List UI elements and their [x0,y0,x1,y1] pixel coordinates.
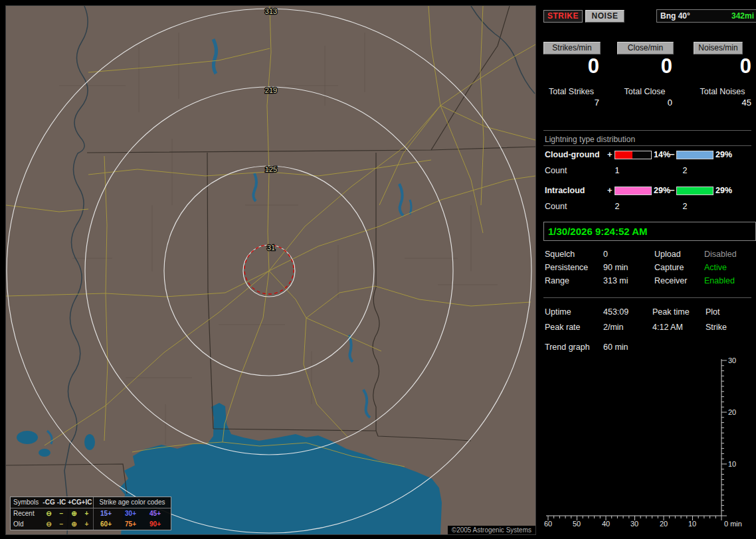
distribution-title: Lightning type distribution [545,135,635,144]
x-tick-10: 10 [688,520,696,528]
peak-rate-label: Peak rate [545,323,581,332]
peak-time-label: Peak time [652,307,690,317]
peak-rate-value: 2/min [603,323,624,332]
x-origin-label: 0 min [724,520,742,528]
ring-label-125: 125 [265,165,277,173]
plot-value: Strike [706,323,727,332]
age-30: 30+ [118,508,143,519]
total-close-value: 0 [617,98,672,108]
bearing-readout: Bng 40° 342mi [656,9,756,23]
map-svg: 313 219 125 31 [6,6,535,534]
divider [543,130,751,131]
x-tick-20: 20 [660,520,668,528]
cg-plus-pct: 14% [654,150,670,159]
legend-col-nic: -IC [55,497,68,508]
ncg-old-icon: ⊖ [43,519,55,530]
legend-col-ncg: -CG [43,497,55,508]
cg-minus-bar-fill [677,151,713,159]
cg-minus-bar [676,151,713,159]
noises-per-min-value: 0 [694,55,751,78]
ic-minus-count: 2 [679,202,691,211]
age-75: 75+ [118,519,143,530]
age-15: 15+ [94,508,118,519]
ic-minus-bar-fill [677,187,713,194]
count-label: Count [545,202,567,211]
plus-sign: + [607,185,613,195]
x-tick-60: 60 [544,520,552,528]
divider [543,297,751,298]
nic-old-icon: − [55,519,68,530]
age-60: 60+ [94,519,118,530]
pcg-old-icon: ⊕ [68,519,80,530]
ic-minus-pct: 29% [715,186,732,195]
upload-value: Disabled [704,250,737,259]
cloud-ground-label: Cloud-ground [545,150,600,159]
upload-label: Upload [654,250,681,259]
ring-label-31: 31 [267,244,275,252]
cg-minus-count: 2 [679,166,691,175]
trend-graph-value: 60 min [603,343,628,352]
ic-minus-bar [676,187,713,195]
trend-graph: 30 20 10 60 50 40 30 20 10 0 min [543,354,756,530]
trend-graph-label: Trend graph [545,343,590,352]
age-90: 90+ [143,519,167,530]
x-tick-50: 50 [573,520,581,528]
range-label: Range [545,276,569,285]
uptime-value: 453:09 [603,307,628,317]
strike-mode-button[interactable]: STRIKE [543,10,583,23]
radar-map[interactable]: 313 219 125 31 Symbols -CG -IC +CG +IC S… [5,5,536,535]
strikes-per-min-label: Strikes/min [543,42,601,54]
total-noises-value: 45 [694,98,751,108]
pic-old-icon: + [80,519,93,530]
intracloud-label: Intracloud [545,186,585,195]
pic-recent-icon: + [80,508,93,519]
cg-plus-bar [614,151,652,159]
uptime-label: Uptime [545,307,571,317]
capture-label: Capture [654,263,684,272]
total-strikes-value: 7 [543,98,599,108]
divider [543,145,751,146]
range-value: 313 mi [603,276,628,285]
x-tick-40: 40 [602,520,610,528]
ic-plus-pct: 29% [654,186,670,195]
legend-old-label: Old [11,519,43,530]
y-tick-10: 10 [728,460,736,468]
copyright-text: ©2005 Astrogenic Systems [448,526,535,534]
ic-plus-bar [614,187,652,195]
pcg-recent-icon: ⊕ [68,508,80,519]
cg-plus-bar-fill [615,151,632,159]
trend-axes [546,359,721,516]
ic-plus-count: 2 [611,202,623,211]
squelch-label: Squelch [545,250,575,259]
strikes-per-min-value: 0 [543,55,599,78]
ic-plus-bar-fill [615,187,651,194]
peak-time-value: 4:12 AM [652,323,683,332]
noises-per-min-label: Noises/min [694,42,743,54]
app: { "map": { "ring_labels": ["313", "219",… [0,0,756,539]
ring-label-313: 313 [265,7,277,15]
symbol-legend: Symbols -CG -IC +CG +IC Strike age color… [10,497,171,530]
plus-sign: + [607,149,613,159]
persistence-value: 90 min [603,263,628,272]
y-tick-30: 30 [728,356,736,364]
bearing-distance: 342mi [731,11,754,21]
cg-plus-count: 1 [611,166,623,175]
nic-recent-icon: − [55,508,68,519]
y-tick-20: 20 [728,408,736,416]
noise-mode-button[interactable]: NOISE [585,10,624,23]
minus-sign: − [670,149,675,159]
plot-label: Plot [706,307,720,317]
legend-col-pic: +IC [80,497,93,508]
datetime-display: 1/30/2026 9:24:52 AM [543,222,756,241]
close-per-min-label: Close/min [617,42,674,54]
persistence-label: Persistence [545,263,588,272]
receiver-label: Receiver [654,276,687,285]
receiver-value: Enabled [704,276,735,285]
total-strikes-label: Total Strikes [542,87,601,96]
trend-ticks [548,360,727,520]
legend-symbols-header: Symbols [11,497,43,508]
count-label: Count [545,166,567,175]
total-close-label: Total Close [616,87,674,96]
squelch-value: 0 [603,250,608,259]
ring-label-219: 219 [265,86,277,94]
